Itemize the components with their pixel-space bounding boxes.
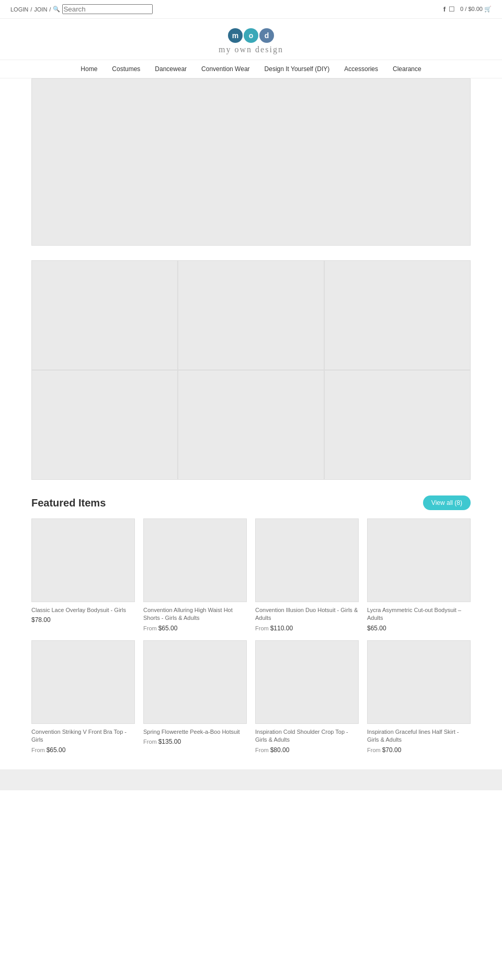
product-from-label-5: From xyxy=(31,747,45,753)
hero-banner xyxy=(31,78,471,246)
product-card-6[interactable]: Spring Flowerette Peek-a-Boo HotsuitFrom… xyxy=(143,640,247,754)
product-card-8[interactable]: Inspiration Graceful lines Half Skirt - … xyxy=(367,640,471,754)
product-price-value-3: $110.00 xyxy=(270,625,293,632)
product-card-4[interactable]: Lycra Asymmetric Cut-out Bodysuit – Adul… xyxy=(367,518,471,632)
separator1: / xyxy=(30,6,32,13)
join-link[interactable]: JOIN xyxy=(34,6,47,13)
logo-tagline: my own design xyxy=(0,45,502,54)
product-image-1 xyxy=(31,518,135,602)
product-image-7 xyxy=(255,640,359,724)
instagram-icon[interactable]: ☐ xyxy=(449,5,455,13)
logo-letter-o: o xyxy=(244,28,258,43)
product-image-3 xyxy=(255,518,359,602)
product-price-5: From$65.00 xyxy=(31,746,135,754)
product-image-4 xyxy=(367,518,471,602)
product-price-value-6: $135.00 xyxy=(158,738,181,745)
featured-section: Featured Items View all (8) Classic Lace… xyxy=(31,495,471,754)
cart-text: 0 / $0.00 xyxy=(460,6,483,12)
product-card-5[interactable]: Convention Striking V Front Bra Top - Gi… xyxy=(31,640,135,754)
logo-circles: m o d xyxy=(228,28,274,43)
product-name-1: Classic Lace Overlay Bodysuit - Girls xyxy=(31,606,135,614)
main-nav: Home Costumes Dancewear Convention Wear … xyxy=(0,60,502,78)
product-price-value-8: $70.00 xyxy=(382,746,402,754)
top-bar: LOGIN / JOIN / 🔍 f ☐ 0 / $0.00 🛒 xyxy=(0,0,502,19)
logo-letter-d: d xyxy=(259,28,274,43)
product-from-label-7: From xyxy=(255,747,269,753)
product-price-value-1: $78.00 xyxy=(31,616,51,624)
logo-area: m o d my own design xyxy=(0,19,502,60)
product-name-4: Lycra Asymmetric Cut-out Bodysuit – Adul… xyxy=(367,606,471,622)
product-card-3[interactable]: Convention Illusion Duo Hotsuit - Girls … xyxy=(255,518,359,632)
footer-bar xyxy=(0,769,502,790)
product-card-1[interactable]: Classic Lace Overlay Bodysuit - Girls$78… xyxy=(31,518,135,632)
product-name-7: Inspiration Cold Shoulder Crop Top - Gir… xyxy=(255,728,359,744)
product-price-2: From$65.00 xyxy=(143,625,247,632)
featured-title: Featured Items xyxy=(31,497,106,509)
product-name-8: Inspiration Graceful lines Half Skirt - … xyxy=(367,728,471,744)
nav-clearance[interactable]: Clearance xyxy=(393,65,421,73)
nav-diy[interactable]: Design It Yourself (DIY) xyxy=(265,65,330,73)
product-name-3: Convention Illusion Duo Hotsuit - Girls … xyxy=(255,606,359,622)
product-price-value-7: $80.00 xyxy=(270,746,290,754)
product-image-2 xyxy=(143,518,247,602)
product-card-2[interactable]: Convention Alluring High Waist Hot Short… xyxy=(143,518,247,632)
product-card-7[interactable]: Inspiration Cold Shoulder Crop Top - Gir… xyxy=(255,640,359,754)
product-price-3: From$110.00 xyxy=(255,625,359,632)
featured-header: Featured Items View all (8) xyxy=(31,495,471,510)
product-price-6: From$135.00 xyxy=(143,738,247,745)
product-name-6: Spring Flowerette Peek-a-Boo Hotsuit xyxy=(143,728,247,736)
grid-top-row xyxy=(31,260,471,480)
social-icons: f ☐ xyxy=(443,5,455,13)
nav-accessories[interactable]: Accessories xyxy=(344,65,378,73)
product-price-4: $65.00 xyxy=(367,625,471,632)
product-name-5: Convention Striking V Front Bra Top - Gi… xyxy=(31,728,135,744)
cart-info[interactable]: 0 / $0.00 🛒 xyxy=(460,6,492,13)
grid-cell-3[interactable] xyxy=(324,260,471,370)
nav-home[interactable]: Home xyxy=(81,65,97,73)
top-bar-left: LOGIN / JOIN / 🔍 xyxy=(10,4,153,14)
grid-cell-6[interactable] xyxy=(324,370,471,480)
product-from-label-6: From xyxy=(143,739,157,745)
product-price-1: $78.00 xyxy=(31,616,135,624)
logo-letter-m: m xyxy=(228,28,243,43)
grid-cell-2[interactable] xyxy=(178,260,324,370)
separator2: / xyxy=(49,6,51,13)
search-icon: 🔍 xyxy=(53,6,60,13)
top-bar-right: f ☐ 0 / $0.00 🛒 xyxy=(443,5,492,13)
product-price-value-2: $65.00 xyxy=(158,625,178,632)
product-price-value-4: $65.00 xyxy=(367,625,386,632)
product-image-5 xyxy=(31,640,135,724)
grid-cell-4[interactable] xyxy=(31,370,178,480)
nav-costumes[interactable]: Costumes xyxy=(112,65,140,73)
facebook-icon[interactable]: f xyxy=(443,5,446,13)
product-from-label-8: From xyxy=(367,747,381,753)
search-input[interactable] xyxy=(62,4,153,14)
view-all-button[interactable]: View all (8) xyxy=(423,495,471,510)
grid-cell-5[interactable] xyxy=(178,370,324,480)
cart-icon: 🛒 xyxy=(484,6,492,12)
login-link[interactable]: LOGIN xyxy=(10,6,28,13)
product-price-7: From$80.00 xyxy=(255,746,359,754)
products-grid-row1: Classic Lace Overlay Bodysuit - Girls$78… xyxy=(31,518,471,632)
product-name-2: Convention Alluring High Waist Hot Short… xyxy=(143,606,247,622)
product-image-6 xyxy=(143,640,247,724)
image-grid xyxy=(31,260,471,480)
nav-dancewear[interactable]: Dancewear xyxy=(155,65,187,73)
product-price-8: From$70.00 xyxy=(367,746,471,754)
nav-convention-wear[interactable]: Convention Wear xyxy=(201,65,250,73)
product-from-label-2: From xyxy=(143,625,157,631)
grid-cell-1[interactable] xyxy=(31,260,178,370)
product-price-value-5: $65.00 xyxy=(47,746,66,754)
product-image-8 xyxy=(367,640,471,724)
product-from-label-3: From xyxy=(255,625,269,631)
products-grid-row2: Convention Striking V Front Bra Top - Gi… xyxy=(31,640,471,754)
